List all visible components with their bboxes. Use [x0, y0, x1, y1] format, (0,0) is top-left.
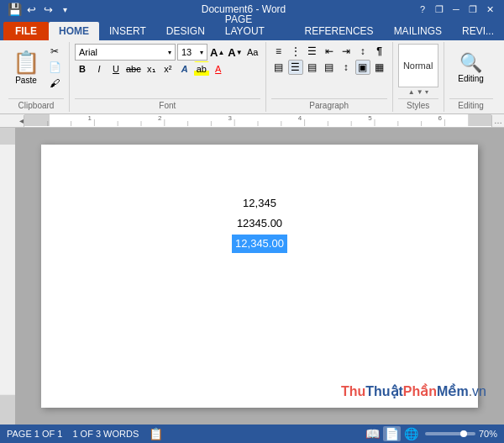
redo-icon[interactable]: ↪	[40, 2, 55, 17]
align-left-button[interactable]: ▤	[271, 60, 286, 75]
subscript-button[interactable]: x₁	[144, 61, 159, 76]
font-row-1: Arial ▾ 13 ▾ A▲ A▼ Aa	[75, 44, 260, 61]
svg-text:6: 6	[438, 114, 443, 122]
align-right-button[interactable]: ▤	[305, 60, 320, 75]
save-icon[interactable]: 💾	[7, 2, 22, 17]
justify-button[interactable]: ▤	[322, 60, 337, 75]
decrease-font-button[interactable]: A▼	[227, 45, 243, 60]
font-name-dropdown[interactable]: Arial ▾	[75, 44, 176, 61]
paragraph-label: Paragraph	[271, 98, 387, 110]
decrease-indent-button[interactable]: ⇤	[322, 44, 337, 59]
ribbon-group-editing: 🔍 Editing Editing	[444, 42, 498, 112]
svg-rect-1	[24, 114, 50, 126]
svg-text:3: 3	[228, 114, 232, 122]
doc-line-1: 12,345	[243, 195, 276, 212]
spell-check-icon[interactable]: 📋	[149, 427, 163, 440]
show-formatting-button[interactable]: ¶	[372, 44, 387, 59]
ribbon-group-paragraph: ≡ ⋮ ☰ ⇤ ⇥ ↕ ¶ ▤ ☰ ▤ ▤ ↕ ▣ ▦ Paragraph	[266, 42, 393, 112]
quick-access-toolbar: 💾 ↩ ↪ ▾	[7, 2, 72, 17]
clipboard-small-buttons: ✂ 📄 🖌	[45, 44, 64, 91]
document-content: 12,345 12345.00 12,345.00	[108, 195, 411, 253]
bullets-button[interactable]: ≡	[271, 44, 286, 59]
editing-button[interactable]: 🔍 Editing	[449, 44, 493, 91]
watermark: ThuThuậtPhầnMềm.vn	[341, 383, 486, 399]
editing-group-label: Editing	[449, 98, 493, 110]
strikethrough-button[interactable]: abc	[125, 61, 142, 76]
editing-label: Editing	[458, 74, 484, 83]
superscript-button[interactable]: x²	[160, 61, 176, 76]
undo-icon[interactable]: ↩	[24, 2, 39, 17]
title-bar-controls: ? ❐ ─ ❐ ✕	[415, 3, 497, 16]
font-rows: Arial ▾ 13 ▾ A▲ A▼ Aa B I U abc x₁ x² A …	[75, 44, 260, 97]
svg-rect-2	[468, 114, 491, 126]
close-button[interactable]: ✕	[482, 3, 497, 16]
svg-rect-29	[0, 395, 15, 425]
editing-content: 🔍 Editing	[449, 44, 493, 97]
underline-button[interactable]: U	[108, 61, 123, 76]
clipboard-label: Clipboard	[8, 98, 64, 110]
styles-label: Styles	[398, 98, 438, 110]
shading-button[interactable]: ▣	[355, 60, 370, 75]
copy-button[interactable]: 📄	[45, 60, 64, 75]
borders-button[interactable]: ▦	[372, 60, 387, 75]
words-status: 1 OF 3 WORDS	[72, 429, 139, 439]
read-mode-icon[interactable]: 📖	[365, 427, 380, 440]
watermark-phan: Phần	[403, 384, 437, 398]
cut-button[interactable]: ✂	[45, 44, 64, 59]
change-case-button[interactable]: Aa	[245, 45, 260, 60]
tab-mailings[interactable]: MAILINGS	[384, 22, 452, 40]
document-area[interactable]: 12,345 12345.00 12,345.00 ThuThuậtPhầnMề…	[15, 128, 504, 425]
font-row-2: B I U abc x₁ x² A ab A	[75, 61, 260, 76]
watermark-mem: Mềm	[437, 384, 469, 398]
styles-more[interactable]: ▾	[425, 88, 428, 96]
styles-scroll-up[interactable]: ▲	[408, 88, 415, 96]
quick-access-more-icon[interactable]: ▾	[57, 2, 72, 17]
ribbon: 📋 Paste ✂ 📄 🖌 Clipboard Arial ▾ 13 ▾	[0, 40, 504, 114]
paste-button[interactable]: 📋 Paste	[8, 44, 44, 91]
tab-file[interactable]: FILE	[3, 22, 49, 40]
styles-gallery[interactable]: Normal	[398, 44, 438, 87]
zoom-slider[interactable]	[425, 432, 475, 435]
tab-page-layout[interactable]: PAGE LAYOUT	[215, 10, 295, 40]
font-label: Font	[75, 98, 260, 110]
align-center-button[interactable]: ☰	[288, 60, 303, 75]
increase-indent-button[interactable]: ⇥	[339, 44, 354, 59]
font-color-button[interactable]: A	[211, 61, 226, 76]
numbering-button[interactable]: ⋮	[288, 44, 303, 59]
web-layout-icon[interactable]: 🌐	[404, 427, 418, 440]
minimize-button[interactable]: ─	[449, 3, 464, 16]
doc-line-2: 12345.00	[237, 215, 282, 232]
tab-home[interactable]: HOME	[49, 22, 99, 40]
watermark-thu: Thu	[341, 384, 365, 398]
help-button[interactable]: ?	[415, 3, 430, 16]
font-size-dropdown[interactable]: 13 ▾	[177, 44, 207, 61]
multilevel-list-button[interactable]: ☰	[305, 44, 320, 59]
line-spacing-button[interactable]: ↕	[339, 60, 354, 75]
font-name-value: Arial	[79, 47, 97, 57]
increase-font-button[interactable]: A▲	[209, 45, 225, 60]
highlight-button[interactable]: ab	[194, 61, 209, 76]
editing-find-icon: 🔍	[459, 52, 482, 74]
format-painter-button[interactable]: 🖌	[45, 76, 64, 91]
ruler: ◂ 1 2 3	[0, 114, 504, 128]
italic-button[interactable]: I	[92, 61, 107, 76]
para-row-2: ▤ ☰ ▤ ▤ ↕ ▣ ▦	[271, 60, 387, 75]
zoom-level: 70%	[479, 429, 497, 439]
print-layout-icon[interactable]: 📄	[383, 426, 401, 441]
styles-scroll-down[interactable]: ▼	[417, 88, 423, 96]
bold-button[interactable]: B	[75, 61, 90, 76]
text-effects-button[interactable]: A	[177, 61, 192, 76]
tab-insert[interactable]: INSERT	[99, 22, 156, 40]
restore-window-button[interactable]: ❐	[432, 3, 447, 16]
sort-button[interactable]: ↕	[355, 44, 370, 59]
maximize-button[interactable]: ❐	[465, 3, 480, 16]
status-left: PAGE 1 OF 1 1 OF 3 WORDS 📋	[7, 427, 163, 440]
svg-text:2: 2	[158, 114, 162, 122]
tab-design[interactable]: DESIGN	[156, 22, 215, 40]
svg-rect-27	[0, 128, 15, 425]
watermark-vn: vn	[472, 384, 486, 398]
ribbon-group-font: Arial ▾ 13 ▾ A▲ A▼ Aa B I U abc x₁ x² A …	[70, 42, 266, 112]
svg-text:5: 5	[368, 114, 372, 122]
tab-review[interactable]: REVI...	[452, 22, 504, 40]
tab-references[interactable]: REFERENCES	[295, 22, 384, 40]
